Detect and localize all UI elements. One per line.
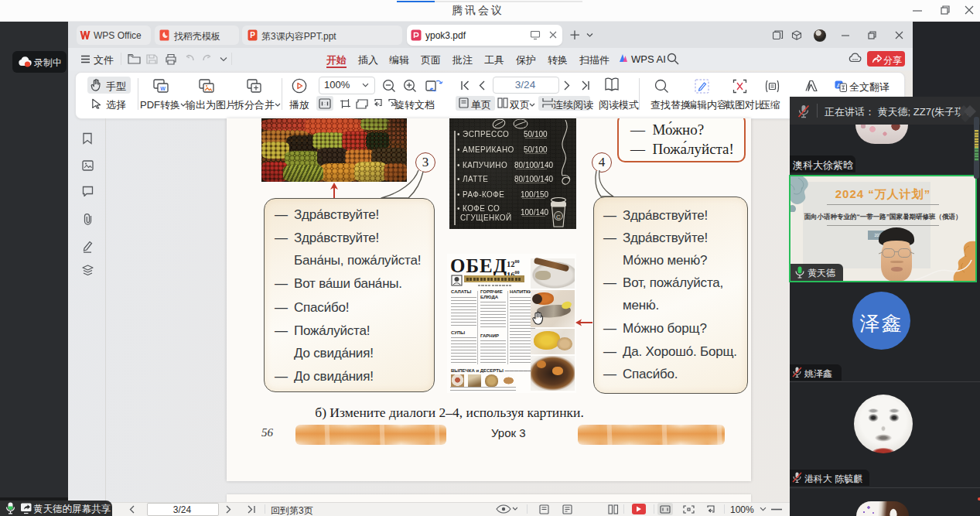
svg-text:P: P	[250, 31, 255, 39]
svg-text:W: W	[160, 86, 166, 91]
svg-text:C: C	[556, 214, 561, 220]
